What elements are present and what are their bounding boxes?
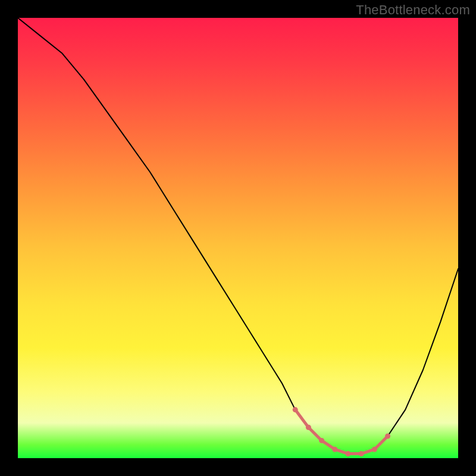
optimal-range-dot [332, 447, 337, 452]
chart-svg [18, 18, 458, 458]
optimal-range-dot [359, 451, 364, 456]
watermark-text: TheBottleneck.com [356, 2, 470, 18]
optimal-range-dot [306, 425, 311, 430]
optimal-range-dot [346, 451, 351, 456]
optimal-range-dots [293, 407, 390, 456]
plot-gradient-area [18, 18, 458, 458]
optimal-range-dot [319, 438, 324, 443]
optimal-range-dot [293, 407, 298, 412]
optimal-range-dot [372, 447, 377, 452]
chart-frame: TheBottleneck.com [0, 0, 476, 476]
bottleneck-curve [18, 18, 458, 454]
optimal-range-dot [385, 434, 390, 439]
